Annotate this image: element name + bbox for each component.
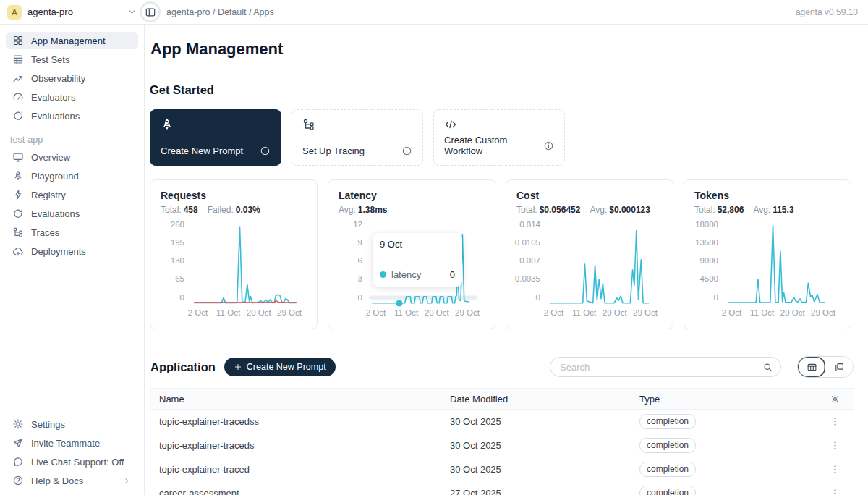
info-icon[interactable] — [543, 140, 554, 151]
stat-card-title: Cost — [516, 190, 663, 201]
table-view-button[interactable] — [798, 357, 825, 377]
app-date-modified: 30 Oct 2025 — [441, 440, 631, 451]
get-started-card-create-new-prompt[interactable]: Create New Prompt — [150, 109, 281, 166]
metric-label: Total: — [516, 205, 537, 215]
sidebar-item-overview[interactable]: Overview — [6, 148, 138, 166]
table-row[interactable]: topic-explainer-traceds30 Oct 2025comple… — [150, 433, 854, 457]
page-title: App Management — [150, 40, 854, 59]
topbar: A agenta-pro agenta-pro / Default / Apps… — [0, 0, 868, 25]
x-axis: 2 Oct11 Oct20 Oct29 Oct — [369, 308, 477, 318]
sidebar-item-label: Evaluators — [31, 92, 75, 103]
trend-icon — [12, 72, 24, 84]
dots-icon — [830, 416, 841, 427]
metric-avg: Avg:$0.000123 — [590, 205, 650, 215]
sidebar-collapse-button[interactable] — [140, 1, 161, 22]
series-success — [195, 227, 297, 302]
metric-value: $0.000123 — [609, 205, 650, 215]
application-heading: Application — [150, 360, 216, 374]
app-type-cell: completion — [631, 414, 788, 429]
info-icon[interactable] — [401, 145, 412, 156]
table-header: Name Date Modified Type — [150, 388, 854, 410]
info-icon[interactable] — [260, 145, 271, 156]
search-icon[interactable] — [762, 362, 773, 373]
rocket-icon — [161, 118, 271, 131]
sidebar-item-help-docs[interactable]: Help & Docs — [6, 472, 138, 489]
stat-card-tokens: TokensTotal:52,806Avg:115.31800013500900… — [684, 179, 851, 329]
sidebar-item-playground[interactable]: Playground — [6, 167, 138, 185]
sidebar-item-evaluators[interactable]: Evaluators — [6, 88, 138, 106]
row-menu-icon[interactable] — [830, 464, 841, 475]
sidebar-item-label: Help & Docs — [31, 475, 83, 486]
app-date-modified: 30 Oct 2025 — [441, 416, 631, 427]
search-input[interactable] — [560, 362, 762, 373]
sidebar-item-test-sets[interactable]: Test Sets — [6, 51, 138, 68]
get-started-card-label-row: Set Up Tracing — [302, 145, 412, 156]
y-tick-label: 0.007 — [519, 257, 540, 266]
workspace-selector[interactable]: A agenta-pro — [0, 5, 145, 20]
metric-value: $0.056452 — [540, 205, 581, 215]
gear-icon — [830, 394, 841, 405]
app-version: agenta v0.59.10 — [796, 7, 858, 17]
sidebar-item-settings[interactable]: Settings — [6, 415, 138, 433]
cost-line-chart — [547, 224, 655, 305]
workspace-avatar: A — [7, 5, 22, 20]
x-tick-label: 11 Oct — [394, 308, 418, 317]
column-header-name[interactable]: Name — [150, 394, 441, 405]
get-started-card-create-custom-workflow[interactable]: Create Custom Workflow — [433, 109, 565, 166]
get-started-card-label: Create New Prompt — [161, 145, 243, 156]
get-started-card-set-up-tracing[interactable]: Set Up Tracing — [292, 109, 423, 166]
table-row[interactable]: topic-explainer-tracedss30 Oct 2025compl… — [150, 410, 854, 433]
tokens-line-chart — [725, 224, 833, 305]
y-tick-label: 195 — [171, 239, 184, 248]
sidebar-item-app-management[interactable]: App Management — [6, 32, 138, 49]
app-date-modified: 27 Oct 2025 — [441, 488, 631, 495]
get-started-card-label-row: Create New Prompt — [161, 145, 271, 156]
get-started-heading: Get Started — [150, 83, 854, 97]
y-tick-label: 9000 — [699, 257, 718, 266]
y-tick-label: 3 — [358, 275, 362, 284]
y-axis: 260195130650 — [161, 221, 191, 302]
x-tick-label: 2 Oct — [188, 308, 208, 317]
card-view-button[interactable] — [825, 357, 853, 377]
x-tick-label: 29 Oct — [277, 308, 302, 317]
sidebar-item-deployments[interactable]: Deployments — [6, 242, 138, 260]
y-tick-label: 13500 — [695, 239, 718, 248]
stat-card-cost: CostTotal:$0.056452Avg:$0.0001230.0140.0… — [506, 179, 673, 329]
sidebar-item-label: Registry — [31, 190, 66, 200]
table-row[interactable]: topic-explainer-traced30 Oct 2025complet… — [150, 457, 854, 481]
sidebar-item-observability[interactable]: Observability — [6, 69, 138, 87]
column-header-type[interactable]: Type — [631, 394, 788, 405]
column-header-date-modified[interactable]: Date Modified — [441, 394, 631, 405]
row-menu-icon[interactable] — [830, 416, 841, 427]
rocket-icon — [12, 170, 24, 182]
x-tick-label: 11 Oct — [572, 308, 596, 317]
sidebar-item-live-chat-support-off[interactable]: Live Chat Support: Off — [6, 453, 138, 470]
stat-card-metrics: Avg:1.38ms — [339, 205, 485, 215]
sidebar-item-evaluations[interactable]: Evaluations — [6, 205, 138, 222]
sidebar-item-traces[interactable]: Traces — [6, 224, 138, 241]
table-row[interactable]: career-assessment27 Oct 2025completion — [150, 481, 854, 495]
requests-line-chart — [191, 224, 299, 305]
column-settings-icon[interactable] — [830, 394, 841, 405]
sidebar-item-evaluations[interactable]: Evaluations — [6, 107, 138, 124]
monitor-icon — [12, 151, 24, 163]
y-tick-label: 0 — [358, 294, 362, 302]
sidebar-project-label: test-app — [0, 126, 144, 147]
app-type-badge: completion — [639, 414, 696, 429]
sidebar-item-label: Invite Teammate — [31, 438, 100, 449]
tree-icon — [12, 227, 24, 238]
sidebar-item-label: Test Sets — [31, 54, 69, 65]
dots-icon — [830, 464, 841, 475]
create-new-prompt-button[interactable]: Create New Prompt — [224, 358, 336, 376]
table-icon — [12, 54, 24, 65]
app-name: career-assessment — [150, 488, 441, 495]
sidebar-item-invite-teammate[interactable]: Invite Teammate — [6, 434, 138, 452]
y-tick-label: 0.0105 — [515, 239, 540, 248]
y-tick-label: 4500 — [699, 275, 718, 284]
row-menu-icon[interactable] — [830, 488, 841, 495]
app-type-cell: completion — [631, 462, 788, 477]
sidebar-item-registry[interactable]: Registry — [6, 186, 138, 203]
x-tick-label: 20 Oct — [603, 308, 627, 317]
row-menu-icon[interactable] — [830, 440, 841, 451]
metric-total: Total:458 — [161, 205, 198, 215]
